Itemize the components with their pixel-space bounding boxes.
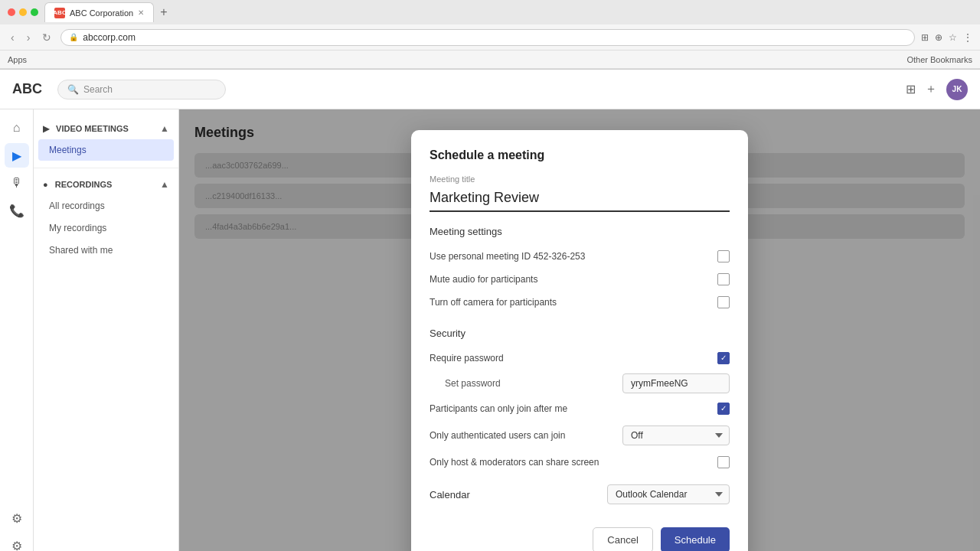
sidebar-item-shared-with-me[interactable]: Shared with me [38,240,174,261]
address-text: abccorp.com [83,32,136,43]
host-moderators-row: Only host & moderators can share screen [430,451,730,474]
tab-favicon: ABC [54,8,65,18]
sidebar-icon-home[interactable]: ⌂ [5,116,29,140]
meeting-title-input[interactable] [430,187,730,212]
participants-join-label: Participants can only join after me [430,403,567,414]
browser-toolbar: ‹ › ↻ 🔒 abccorp.com ⊞ ⊕ ☆ ⋮ [0,24,980,51]
minimize-dot[interactable] [19,8,27,16]
apps-link[interactable]: Apps [8,55,27,64]
turn-off-camera-checkbox[interactable] [717,296,730,308]
avatar[interactable]: JK [946,79,968,100]
address-bar[interactable]: 🔒 abccorp.com [60,29,915,46]
menu-icon[interactable]: ⋮ [963,32,972,43]
calendar-row: Calendar Outlook Calendar Google Calenda… [430,477,730,512]
tab-title: ABC Corporation [70,8,133,18]
lock-icon: 🔒 [69,33,78,41]
new-tab-button[interactable]: + [157,5,170,19]
sidebar-icon-phone[interactable]: 📞 [5,198,29,223]
schedule-button[interactable]: Schedule [661,527,730,551]
nav-panel: ▶ VIDEO MEETINGS ▲ Meetings ● RECORDINGS… [34,109,179,551]
cancel-button[interactable]: Cancel [593,527,652,551]
other-bookmarks-link[interactable]: Other Bookmarks [906,55,972,64]
host-moderators-checkbox[interactable] [717,456,730,468]
calendar-label: Calendar [430,489,470,500]
authenticated-users-select[interactable]: Off On [622,425,730,445]
dialog-footer: Cancel Schedule [430,527,730,551]
use-personal-id-label: Use personal meeting ID 452-326-253 [430,251,585,262]
recordings-header[interactable]: ● RECORDINGS ▲ [34,174,178,194]
bookmarks-bar: Apps Other Bookmarks [0,51,980,69]
sidebar-item-meetings[interactable]: Meetings [38,139,174,161]
mute-audio-label: Mute audio for participants [430,274,537,285]
set-password-row: Set password [430,370,730,397]
extensions-icon[interactable]: ⊞ [921,32,929,43]
forward-button[interactable]: › [24,30,34,45]
require-password-label: Require password [430,353,504,364]
mute-audio-row: Mute audio for participants [430,268,730,291]
plus-icon[interactable]: ＋ [925,81,937,97]
participants-join-checkbox[interactable] [717,403,730,415]
active-tab[interactable]: ABC ABC Corporation ✕ [44,2,154,22]
browser-tabs: ABC ABC Corporation ✕ + [44,2,972,22]
recordings-label: ● RECORDINGS [43,180,112,189]
app-logo: ABC [12,81,42,97]
nav-divider [34,168,178,168]
sidebar-item-all-recordings[interactable]: All recordings [38,195,174,217]
set-password-input[interactable] [622,373,730,393]
browser-titlebar: ABC ABC Corporation ✕ + [0,0,980,24]
sidebar-icon-video[interactable]: ▶ [5,143,29,168]
require-password-checkbox[interactable] [717,352,730,364]
dialog-title: Schedule a meeting [430,148,730,162]
use-personal-id-checkbox[interactable] [717,250,730,262]
meeting-title-label: Meeting title [430,174,730,184]
host-moderators-label: Only host & moderators can share screen [430,457,599,468]
chevron-up-icon: ▲ [160,123,169,134]
set-password-label: Set password [445,378,501,389]
participants-join-row: Participants can only join after me [430,397,730,420]
meeting-settings-label: Meeting settings [430,226,730,237]
toolbar-right: ⊞ ⊕ ☆ ⋮ [921,32,972,43]
recordings-section: ● RECORDINGS ▲ All recordings My recordi… [34,171,178,265]
sidebar-icons: ⌂ ▶ 🎙 📞 ⚙ ⚙ ⚙ [0,109,34,551]
turn-off-camera-row: Turn off camera for participants [430,291,730,314]
turn-off-camera-label: Turn off camera for participants [430,297,557,308]
use-personal-id-row: Use personal meeting ID 452-326-253 [430,245,730,268]
sidebar-item-my-recordings[interactable]: My recordings [38,217,174,239]
modal-overlay: Schedule a meeting Meeting title Meeting… [179,109,980,551]
app-container: ⌂ ▶ 🎙 📞 ⚙ ⚙ ⚙ ▶ VIDEO MEETINGS ▲ Meeting… [0,109,980,551]
video-meetings-label: ▶ VIDEO MEETINGS [43,124,129,134]
back-button[interactable]: ‹ [8,30,18,45]
schedule-meeting-dialog: Schedule a meeting Meeting title Meeting… [411,130,748,551]
sidebar-icon-mic[interactable]: 🎙 [5,171,29,195]
search-icon: 🔍 [67,84,79,95]
sidebar-icon-settings[interactable]: ⚙ [5,506,29,530]
close-dot[interactable] [8,8,15,16]
video-meetings-section: ▶ VIDEO MEETINGS ▲ Meetings [34,116,178,165]
app-header: ABC 🔍 Search ⊞ ＋ JK [0,70,980,109]
window-controls [8,8,38,16]
chevron-up-icon-recordings: ▲ [160,179,169,190]
search-placeholder: Search [83,84,113,95]
authenticated-users-label: Only authenticated users can join [430,430,565,441]
grid-icon[interactable]: ⊞ [906,82,916,96]
star-icon[interactable]: ☆ [949,32,957,43]
main-content: Meetings ...aac3c003762a699... ...c21940… [179,109,980,551]
video-meetings-header[interactable]: ▶ VIDEO MEETINGS ▲ [34,119,178,139]
search-bar[interactable]: 🔍 Search [57,80,226,99]
authenticated-users-row: Only authenticated users can join Off On [430,420,730,451]
refresh-button[interactable]: ↻ [39,30,54,45]
tab-close-icon[interactable]: ✕ [138,8,144,17]
security-label: Security [430,328,730,339]
require-password-row: Require password [430,347,730,370]
maximize-dot[interactable] [31,8,38,16]
mute-audio-checkbox[interactable] [717,273,730,285]
header-right: ⊞ ＋ JK [906,79,968,100]
browser-chrome: ABC ABC Corporation ✕ + ‹ › ↻ 🔒 abccorp.… [0,0,980,70]
calendar-select[interactable]: Outlook Calendar Google Calendar Other [607,484,730,504]
sidebar-icon-settings2[interactable]: ⚙ [5,533,29,551]
zoom-icon[interactable]: ⊕ [935,32,942,43]
